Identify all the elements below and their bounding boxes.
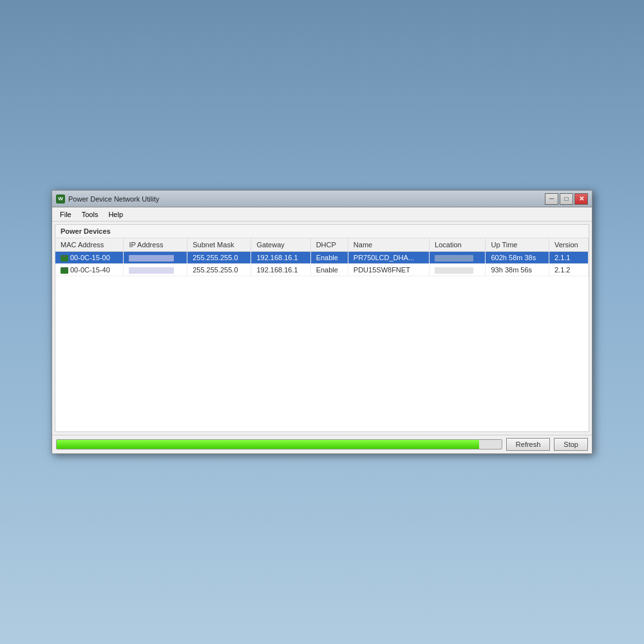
cell-location [430,264,486,276]
col-mac: MAC Address [55,238,124,252]
desktop: W Power Device Network Utility ─ □ ✕ Fil… [0,0,644,644]
cell-version: 2.1.2 [549,264,588,276]
cell-uptime: 93h 38m 56s [486,264,549,276]
ip-blur [129,267,174,274]
close-button[interactable]: ✕ [574,193,588,205]
cell-name: PDU15SW8FNET [348,264,429,276]
menu-tools[interactable]: Tools [77,209,104,220]
cell-mac: 00-0C-15-40 [55,264,124,276]
title-buttons: ─ □ ✕ [545,193,588,205]
device-table-container: MAC Address IP Address Subnet Mask Gatew… [55,238,589,431]
col-name: Name [348,238,429,252]
progress-bar-container [56,439,502,450]
ip-blur [129,255,174,261]
minimize-button[interactable]: ─ [545,193,558,205]
progress-bar-fill [57,440,479,449]
title-bar-left: W Power Device Network Utility [56,194,159,204]
cell-ip [124,252,187,264]
table-row[interactable]: 00-0C-15-00255.255.255.0192.168.16.1Enab… [55,252,589,264]
col-subnet: Subnet Mask [187,238,251,252]
col-uptime: Up Time [486,238,549,252]
cell-dhcp: Enable [310,252,348,264]
device-icon [61,255,68,261]
menu-help[interactable]: Help [103,209,128,220]
col-version: Version [549,238,588,252]
cell-version: 2.1.1 [549,252,588,264]
section-header: Power Devices [55,225,589,238]
refresh-button[interactable]: Refresh [506,438,551,451]
menu-bar: File Tools Help [52,207,592,222]
cell-gateway: 192.168.16.1 [251,252,310,264]
table-row[interactable]: 00-0C-15-40255.255.255.0192.168.16.1Enab… [55,264,589,276]
cell-subnet: 255.255.255.0 [187,264,251,276]
col-dhcp: DHCP [310,238,348,252]
table-header-row: MAC Address IP Address Subnet Mask Gatew… [55,238,589,252]
location-blur [435,255,473,261]
cell-mac: 00-0C-15-00 [55,252,124,264]
cell-ip [124,264,187,276]
cell-uptime: 602h 58m 38s [486,252,549,264]
content-area: Power Devices MAC Address IP Address Sub… [55,224,589,432]
location-blur [435,267,473,274]
cell-name: PR750LCD_DHA... [348,252,429,264]
window-title: Power Device Network Utility [68,195,159,203]
app-icon: W [56,194,65,204]
main-window: W Power Device Network Utility ─ □ ✕ Fil… [52,190,592,454]
status-bar: Refresh Stop [52,435,592,453]
stop-button[interactable]: Stop [554,438,588,451]
col-location: Location [430,238,486,252]
col-ip: IP Address [124,238,187,252]
cell-location [430,252,486,264]
device-icon [61,267,68,274]
cell-subnet: 255.255.255.0 [187,252,251,264]
maximize-button[interactable]: □ [560,193,573,205]
cell-dhcp: Enable [310,264,348,276]
cell-gateway: 192.168.16.1 [251,264,310,276]
device-table: MAC Address IP Address Subnet Mask Gatew… [55,238,589,276]
col-gateway: Gateway [251,238,310,252]
menu-file[interactable]: File [55,209,77,220]
title-bar: W Power Device Network Utility ─ □ ✕ [52,191,592,207]
